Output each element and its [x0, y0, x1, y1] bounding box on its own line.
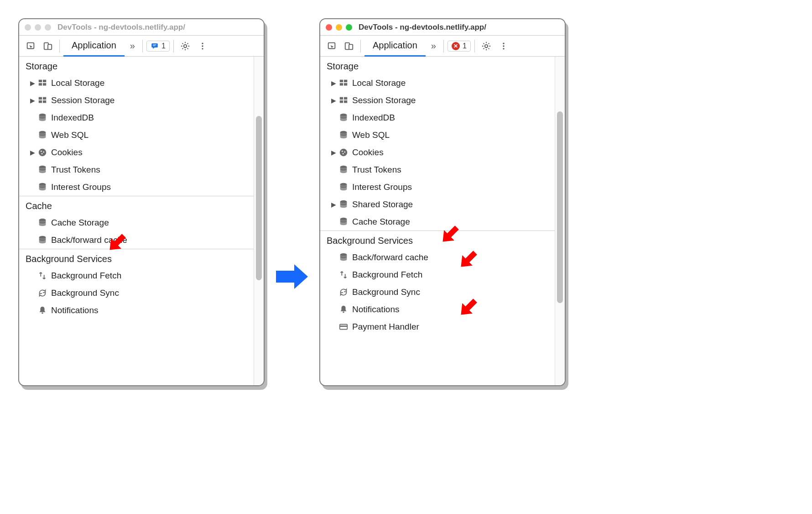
min-dot[interactable]: [336, 24, 342, 31]
tree-item-label: Session Storage: [48, 95, 115, 105]
zoom-dot[interactable]: [45, 24, 51, 31]
device-icon[interactable]: [40, 38, 56, 54]
expand-arrow-icon[interactable]: ▶: [28, 97, 36, 104]
tree-item[interactable]: Background Fetch: [19, 267, 254, 284]
db-icon: [338, 199, 349, 210]
tab-application[interactable]: Application: [63, 36, 125, 57]
badge-count: 1: [463, 42, 467, 50]
error-icon: ✕: [452, 42, 460, 50]
db-icon: [338, 252, 349, 262]
tree-item[interactable]: IndexedDB: [320, 109, 555, 126]
tree-item-label: Local Storage: [48, 78, 104, 88]
titlebar[interactable]: DevTools - ng-devtools.netlify.app/: [19, 19, 264, 36]
inspect-icon[interactable]: [324, 38, 339, 54]
annotation-arrow-icon: [106, 229, 128, 258]
tree-item[interactable]: Background Sync: [320, 283, 555, 301]
tree-item[interactable]: Background Fetch: [320, 266, 555, 283]
expand-arrow-icon[interactable]: ▶: [329, 201, 338, 208]
annotation-arrow-icon: [457, 246, 479, 275]
expand-arrow-icon[interactable]: ▶: [28, 79, 36, 87]
db-icon: [36, 218, 48, 228]
expand-arrow-icon[interactable]: ▶: [329, 149, 338, 156]
scroll-thumb[interactable]: [557, 111, 563, 303]
db-icon: [36, 182, 48, 192]
tree-item[interactable]: IndexedDB: [19, 109, 254, 126]
devtools-window-left: DevTools - ng-devtools.netlify.app/ Appl…: [18, 18, 265, 386]
expand-arrow-icon[interactable]: ▶: [28, 149, 36, 156]
titlebar[interactable]: DevTools - ng-devtools.netlify.app/: [320, 19, 565, 36]
min-dot[interactable]: [35, 24, 41, 31]
gear-icon[interactable]: [479, 38, 494, 54]
tree-item[interactable]: Cache Storage: [320, 213, 555, 231]
tree-item[interactable]: Payment Handler: [320, 318, 555, 336]
messages-badge[interactable]: 1: [146, 41, 170, 52]
tree-item[interactable]: ▶Local Storage: [320, 74, 555, 92]
tree-item[interactable]: Trust Tokens: [320, 161, 555, 178]
tree-item-label: Trust Tokens: [48, 165, 100, 175]
tree-item[interactable]: Interest Groups: [19, 178, 254, 196]
updown-icon: [338, 270, 349, 280]
scroll-thumb[interactable]: [256, 116, 262, 280]
tree-item[interactable]: Trust Tokens: [19, 161, 254, 178]
tree-item[interactable]: ▶Cookies: [320, 144, 555, 161]
tree-item[interactable]: ▶Local Storage: [19, 74, 254, 92]
grid-icon: [36, 78, 48, 88]
more-tabs-icon[interactable]: »: [427, 41, 440, 51]
kebab-icon[interactable]: [496, 38, 511, 54]
section-heading: Storage: [19, 57, 254, 74]
bell-icon: [338, 304, 349, 315]
tree-item-label: Notifications: [349, 304, 400, 315]
errors-badge[interactable]: ✕ 1: [448, 41, 471, 52]
kebab-icon[interactable]: [195, 38, 210, 54]
tree-item[interactable]: Interest Groups: [320, 178, 555, 196]
db-icon: [338, 130, 349, 140]
tree-item[interactable]: Web SQL: [19, 126, 254, 144]
tree-item[interactable]: ▶Shared Storage: [320, 196, 555, 213]
tree-item-label: Shared Storage: [349, 199, 413, 210]
tree-item-label: Cookies: [349, 147, 384, 157]
close-dot[interactable]: [25, 24, 31, 31]
tree-item-label: Background Fetch: [349, 270, 422, 280]
tree-item[interactable]: Notifications: [19, 302, 254, 319]
application-sidebar: Storage▶Local Storage▶Session StorageInd…: [320, 57, 555, 385]
tree-item[interactable]: Notifications: [320, 301, 555, 318]
zoom-dot[interactable]: [346, 24, 352, 31]
tree-item[interactable]: Cache Storage: [19, 214, 254, 231]
bell-icon: [36, 305, 48, 315]
scrollbar[interactable]: [555, 57, 565, 385]
tree-item[interactable]: Back/forward cache: [19, 231, 254, 249]
tree-item-label: Web SQL: [48, 130, 88, 140]
tree-item-label: Cache Storage: [349, 217, 410, 227]
panel-body: Storage▶Local Storage▶Session StorageInd…: [19, 57, 264, 385]
tree-item-label: IndexedDB: [349, 113, 395, 123]
tree-item-label: Background Sync: [48, 288, 119, 298]
scrollbar[interactable]: [254, 57, 264, 385]
toolbar: Application » ✕ 1: [320, 36, 565, 57]
tree-item[interactable]: Background Sync: [19, 284, 254, 302]
section-heading: Cache: [19, 196, 254, 214]
inspect-icon[interactable]: [23, 38, 38, 54]
tree-item[interactable]: Web SQL: [320, 126, 555, 144]
more-tabs-icon[interactable]: »: [126, 41, 139, 51]
tree-item-label: Cache Storage: [48, 218, 109, 228]
tree-item[interactable]: ▶Session Storage: [19, 92, 254, 109]
badge-count: 1: [161, 42, 166, 50]
tab-application[interactable]: Application: [364, 36, 426, 57]
db-icon: [36, 130, 48, 140]
gear-icon[interactable]: [177, 38, 193, 54]
expand-arrow-icon[interactable]: ▶: [329, 79, 338, 87]
expand-arrow-icon[interactable]: ▶: [329, 97, 338, 104]
tree-item[interactable]: ▶Cookies: [19, 144, 254, 161]
toolbar: Application » 1: [19, 36, 264, 57]
tree-item-label: Trust Tokens: [349, 165, 401, 175]
close-dot[interactable]: [326, 24, 332, 31]
db-icon: [36, 113, 48, 123]
card-icon: [338, 322, 349, 332]
db-icon: [36, 165, 48, 175]
tree-item[interactable]: Back/forward cache: [320, 249, 555, 266]
tree-item[interactable]: ▶Session Storage: [320, 92, 555, 109]
sync-icon: [338, 287, 349, 297]
annotation-arrow-icon: [457, 294, 479, 323]
sync-icon: [36, 288, 48, 298]
device-icon[interactable]: [341, 38, 357, 54]
